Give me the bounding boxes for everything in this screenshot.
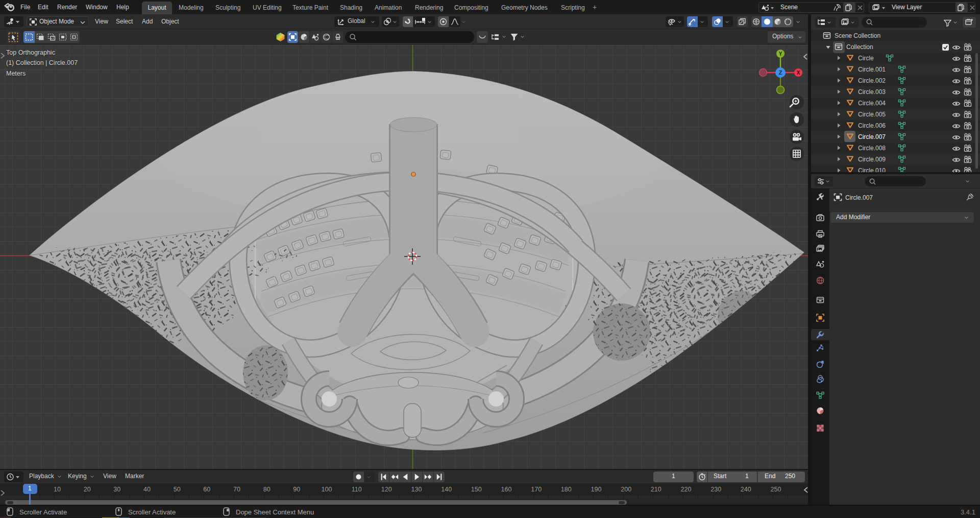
svg-text:X: X: [797, 70, 800, 76]
svg-text:Z: Z: [779, 69, 782, 76]
svg-text:Y: Y: [779, 51, 782, 57]
